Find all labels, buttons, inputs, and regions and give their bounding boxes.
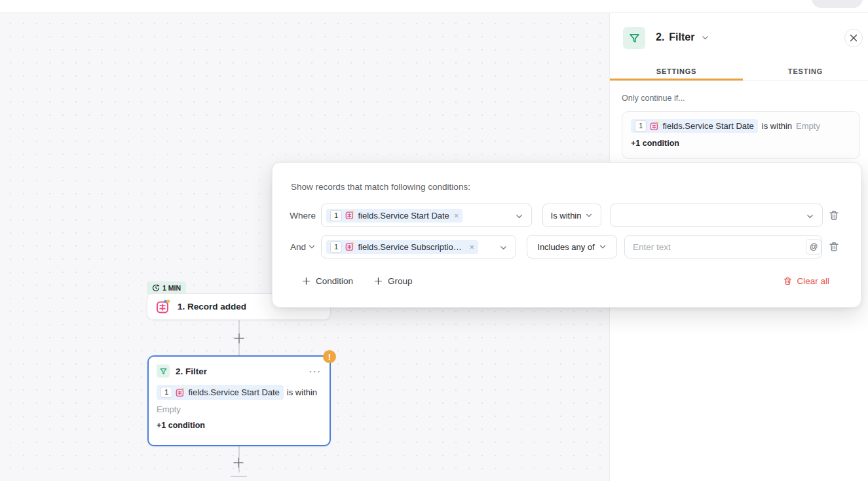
field-name: fields.Service Start Date bbox=[662, 121, 753, 131]
more-conditions-label: +1 condition bbox=[631, 139, 851, 148]
clock-history-icon bbox=[152, 284, 160, 292]
plus-icon bbox=[302, 277, 311, 285]
chevron-down-icon bbox=[308, 243, 316, 251]
remove-token-icon[interactable]: × bbox=[454, 211, 459, 221]
field-token: 1 fields.Service Start Date bbox=[157, 385, 284, 400]
condition-row: Where 1 fields.Service Start Date × bbox=[273, 204, 861, 227]
table-icon bbox=[156, 300, 170, 314]
tab-settings[interactable]: SETTINGS bbox=[610, 62, 743, 80]
chevron-down-icon bbox=[499, 243, 508, 252]
top-right-button[interactable] bbox=[812, 0, 863, 8]
condition-row: And 1 fields.Service Subscriptions. bbox=[273, 235, 861, 258]
step-number: 2. bbox=[656, 31, 664, 43]
condition-value: Empty bbox=[796, 121, 820, 131]
field-name: fields.Service Start Date bbox=[188, 386, 279, 399]
filter-node-title: 2. Filter bbox=[176, 366, 207, 376]
field-name: fields.Service Subscriptions.I... bbox=[358, 242, 464, 252]
plus-icon bbox=[374, 277, 383, 285]
join-value: And bbox=[290, 242, 306, 252]
add-group-label: Group bbox=[388, 276, 413, 286]
trigger-node-title: 1. Record added bbox=[178, 302, 246, 312]
field-name: fields.Service Start Date bbox=[358, 211, 449, 221]
table-icon bbox=[176, 388, 185, 397]
funnel-icon bbox=[157, 365, 170, 378]
conditions-modal: Show records that match following condit… bbox=[272, 162, 861, 308]
table-icon bbox=[345, 211, 354, 220]
field-select[interactable]: 1 fields.Service Start Date × bbox=[321, 204, 532, 227]
filter-node-condition: 1 fields.Service Start Date is within bbox=[157, 385, 322, 400]
trigger-timing-label: 1 MIN bbox=[162, 284, 181, 292]
chevron-down-icon bbox=[701, 33, 709, 42]
operator-select[interactable]: Includes any of bbox=[527, 235, 617, 258]
panel-title[interactable]: 2. Filter bbox=[656, 31, 709, 43]
more-conditions-label: +1 condition bbox=[157, 421, 322, 430]
operator-value: Is within bbox=[551, 211, 582, 221]
table-icon bbox=[345, 242, 354, 251]
operator-text: is within bbox=[287, 386, 317, 399]
add-group-button[interactable]: Group bbox=[374, 272, 413, 289]
panel-tabs: SETTINGS TESTING bbox=[610, 62, 868, 81]
modal-title: Show records that match following condit… bbox=[291, 182, 470, 192]
add-condition-label: Condition bbox=[316, 276, 353, 286]
connector-end-marker bbox=[231, 476, 247, 477]
close-icon[interactable] bbox=[844, 29, 863, 47]
join-select-and[interactable]: And bbox=[273, 235, 316, 258]
delete-condition-icon[interactable] bbox=[828, 209, 841, 222]
value-select[interactable] bbox=[610, 204, 823, 227]
field-token: 1 fields.Service Start Date bbox=[631, 119, 758, 133]
join-label-where: Where bbox=[273, 204, 316, 227]
clear-all-button[interactable]: Clear all bbox=[783, 272, 829, 289]
delete-condition-icon[interactable] bbox=[828, 240, 841, 253]
field-index-badge: 1 bbox=[330, 210, 342, 221]
field-select[interactable]: 1 fields.Service Subscriptions.I... × bbox=[321, 235, 516, 258]
tab-testing[interactable]: TESTING bbox=[743, 62, 868, 80]
field-index-badge: 1 bbox=[160, 387, 172, 398]
funnel-icon bbox=[623, 27, 645, 49]
value-text-input[interactable] bbox=[624, 235, 822, 258]
trigger-timing-badge: 1 MIN bbox=[147, 281, 186, 294]
chevron-down-icon bbox=[599, 243, 607, 251]
node-more-menu[interactable]: ··· bbox=[309, 366, 322, 376]
panel-subtitle: Only continue if... bbox=[622, 94, 685, 103]
field-index-badge: 1 bbox=[635, 120, 647, 132]
mention-at-button[interactable]: @ bbox=[806, 239, 821, 255]
chevron-down-icon bbox=[806, 212, 814, 221]
operator-select[interactable]: Is within bbox=[542, 204, 601, 227]
add-condition-button[interactable]: Condition bbox=[302, 272, 353, 289]
condition-summary-box[interactable]: 1 fields.Service Start Date is within Em… bbox=[622, 111, 860, 159]
field-index-badge: 1 bbox=[330, 241, 342, 253]
add-step-button[interactable] bbox=[233, 332, 246, 345]
condition-value: Empty bbox=[157, 404, 322, 414]
automation-editor: 1 MIN 1. Record added ! bbox=[0, 0, 868, 481]
chevron-down-icon bbox=[515, 212, 523, 221]
warning-badge: ! bbox=[323, 350, 336, 363]
table-icon bbox=[650, 122, 659, 131]
trash-icon bbox=[783, 276, 793, 286]
operator-text: is within bbox=[762, 121, 792, 131]
chevron-down-icon bbox=[585, 211, 593, 219]
operator-value: Includes any of bbox=[537, 242, 594, 252]
remove-token-icon[interactable]: × bbox=[469, 242, 474, 252]
clear-all-label: Clear all bbox=[797, 276, 829, 286]
filter-node[interactable]: ! 2. Filter ··· 1 bbox=[147, 355, 331, 446]
step-title: Filter bbox=[669, 31, 694, 43]
top-bar bbox=[0, 0, 868, 13]
add-step-button[interactable] bbox=[232, 456, 245, 469]
